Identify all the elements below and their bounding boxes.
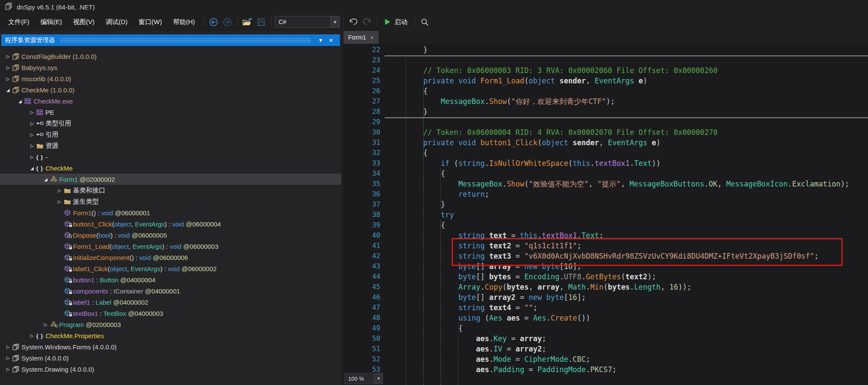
tree-row[interactable]: ▷ mscorlib (4.0.0.0)	[0, 73, 341, 84]
tree-row[interactable]: ◢{ }CheckMe	[0, 162, 341, 174]
menu-item[interactable]: 调试(D)	[100, 15, 133, 29]
code-line[interactable]: 45 Array.Copy(bytes, array, Math.Min(byt…	[343, 282, 868, 292]
chevron-down-icon[interactable]: ▼	[374, 373, 382, 384]
expander-closed-icon[interactable]: ▷	[28, 132, 36, 137]
code-line[interactable]: 33 if (string.IsNullOrWhiteSpace(this.te…	[343, 158, 868, 168]
code-line[interactable]: 44 byte[] bytes = Encoding.UTF8.GetBytes…	[343, 272, 868, 282]
save-button[interactable]	[255, 16, 268, 28]
expander-closed-icon[interactable]: ▷	[42, 322, 49, 327]
expander-closed-icon[interactable]: ▷	[28, 144, 36, 148]
expander-closed-icon[interactable]: ▷	[4, 65, 12, 70]
code-line[interactable]: 47 string text4 = "";	[343, 302, 868, 313]
code-line[interactable]: 26 {	[343, 86, 868, 96]
code-line[interactable]: 25 private void Form1_Load(object sender…	[343, 76, 868, 86]
code-line[interactable]: 24 // Token: 0x06000003 RID: 3 RVA: 0x00…	[343, 65, 868, 76]
tree-row[interactable]: ▷{ }CheckMe.Properties	[0, 330, 341, 341]
tree-row[interactable]: Dispose(bool) : void @06000005	[0, 229, 341, 241]
code-line[interactable]: 23	[343, 55, 868, 65]
tree-row[interactable]: ▷ PE	[0, 107, 341, 118]
expander-closed-icon[interactable]: ▷	[4, 345, 12, 349]
code-line[interactable]: 49 {	[343, 323, 868, 333]
expander-closed-icon[interactable]: ▷	[56, 188, 63, 193]
tree-row[interactable]: button1_Click(object, EventArgs) : void …	[0, 218, 341, 229]
expander-open-icon[interactable]: ◢	[42, 177, 49, 182]
code-line[interactable]: 48 using (Aes aes = Aes.Create())	[343, 313, 868, 323]
expander-open-icon[interactable]: ◢	[28, 166, 36, 171]
tree-row[interactable]: ▷ ConstFlagBuilder (1.0.0.0)	[0, 51, 341, 62]
menu-item[interactable]: 窗口(W)	[133, 15, 167, 29]
panel-close-button[interactable]: ✕	[326, 37, 336, 43]
code-line[interactable]: 35 MessageBox.Show("效验值不能为空", "提示", Mess…	[343, 179, 868, 189]
tree-row[interactable]: label1_Click(object, EventArgs) : void @…	[0, 263, 341, 274]
panel-menu-button[interactable]: ▼	[316, 37, 326, 43]
tree-row[interactable]: ◢ CheckMe (1.0.0.0)	[0, 84, 341, 95]
expander-closed-icon[interactable]: ▷	[28, 333, 36, 338]
language-combobox[interactable]: C# ▼	[275, 16, 340, 28]
tree-row[interactable]: components : IContainer @04000001	[0, 285, 341, 296]
code-line[interactable]: 22 }	[343, 45, 868, 55]
expander-closed-icon[interactable]: ▷	[4, 54, 12, 59]
tab-form1[interactable]: Form1 ×	[343, 31, 379, 44]
code-line[interactable]: 51 aes.IV = array2;	[343, 344, 868, 354]
menu-item[interactable]: 视图(V)	[67, 15, 100, 29]
code-line[interactable]: 28 }	[343, 107, 868, 117]
start-debug-button[interactable]: 启动	[380, 16, 412, 28]
expander-open-icon[interactable]: ◢	[4, 88, 12, 92]
tree-row[interactable]: textBox1 : TextBox @04000003	[0, 308, 341, 319]
expander-closed-icon[interactable]: ▷	[28, 121, 36, 126]
tree-row[interactable]: ▷ System.Windows.Forms (4.0.0.0)	[0, 341, 341, 352]
expander-open-icon[interactable]: ◢	[16, 99, 24, 104]
tree-row[interactable]: ▷ System (4.0.0.0)	[0, 352, 341, 364]
code-line[interactable]: 30 // Token: 0x06000004 RID: 4 RVA: 0x00…	[343, 127, 868, 138]
tree-row[interactable]: ▷ 类型引用	[0, 118, 341, 129]
code-line[interactable]: 52 aes.Mode = CipherMode.CBC;	[343, 354, 868, 364]
expander-closed-icon[interactable]: ▷	[28, 110, 36, 115]
code-line[interactable]: 36 return;	[343, 189, 868, 199]
expander-closed-icon[interactable]: ▷	[56, 199, 63, 204]
tree-row[interactable]: Form1() : void @06000001	[0, 207, 341, 218]
menu-item[interactable]: 文件(F)	[3, 15, 35, 29]
tree-row[interactable]: ▷ 基类和接口	[0, 185, 341, 196]
code-line[interactable]: 46 byte[] array2 = new byte[16];	[343, 292, 868, 302]
open-file-button[interactable]	[241, 16, 255, 28]
menu-item[interactable]: 编辑(E)	[35, 15, 67, 29]
code-line[interactable]: 32 {	[343, 148, 868, 158]
menu-item[interactable]: 帮助(H)	[167, 15, 200, 29]
code-line[interactable]: 37 }	[343, 199, 868, 210]
tree-row[interactable]: ▷ 资源	[0, 140, 341, 151]
tree-row[interactable]: ▷ System.Drawing (4.0.0.0)	[0, 364, 341, 375]
expander-closed-icon[interactable]: ▷	[4, 367, 12, 372]
code-line[interactable]: 34 {	[343, 168, 868, 179]
expander-closed-icon[interactable]: ▷	[28, 155, 36, 159]
zoom-level-control[interactable]: 100 % ▼	[344, 373, 383, 384]
tree-row[interactable]: ▷ Program @02000003	[0, 319, 341, 330]
assembly-explorer-header[interactable]: 程序集资源管理器 ▼ ✕	[1, 34, 340, 46]
expander-closed-icon[interactable]: ▷	[4, 356, 12, 361]
code-editor[interactable]: 22 }2324 // Token: 0x06000003 RID: 3 RVA…	[343, 44, 868, 385]
tab-close-icon[interactable]: ×	[370, 34, 374, 41]
expander-closed-icon[interactable]: ▷	[4, 76, 12, 81]
tree-row[interactable]: ◢ Form1 @02000002	[0, 174, 341, 185]
tree-row[interactable]: ▷ 派生类型	[0, 196, 341, 207]
code-line[interactable]: 39 {	[343, 220, 868, 230]
navigate-forward-button[interactable]	[221, 16, 234, 28]
tree-row[interactable]: ▷ 引用	[0, 129, 341, 140]
search-button[interactable]	[418, 16, 432, 28]
code-line[interactable]: 31 private void button1_Click(object sen…	[343, 138, 868, 148]
code-line[interactable]: 29	[343, 117, 868, 127]
tree-row[interactable]: ▷{ }-	[0, 151, 341, 162]
tree-row[interactable]: label1 : Label @04000002	[0, 296, 341, 308]
tree-row[interactable]: InitializeComponent() : void @06000006	[0, 252, 341, 263]
chevron-down-icon[interactable]: ▼	[330, 16, 340, 28]
navigate-back-button[interactable]	[207, 16, 221, 28]
redo-button[interactable]	[360, 16, 374, 28]
undo-button[interactable]	[346, 16, 360, 28]
tree-row[interactable]: ▷ Babysys.sys	[0, 62, 341, 73]
code-line[interactable]: 27 MessageBox.Show("你好，欢迎来到青少年CTF");	[343, 96, 868, 107]
tree-row[interactable]: Form1_Load(object, EventArgs) : void @06…	[0, 241, 341, 252]
code-line[interactable]: 53 aes.Padding = PaddingMode.PKCS7;	[343, 364, 868, 375]
tree-row[interactable]: ◢ CheckMe.exe	[0, 95, 341, 107]
code-line[interactable]: 50 aes.Key = array;	[343, 333, 868, 344]
code-line[interactable]: 38 try	[343, 210, 868, 220]
tree-row[interactable]: button1 : Button @04000004	[0, 274, 341, 285]
